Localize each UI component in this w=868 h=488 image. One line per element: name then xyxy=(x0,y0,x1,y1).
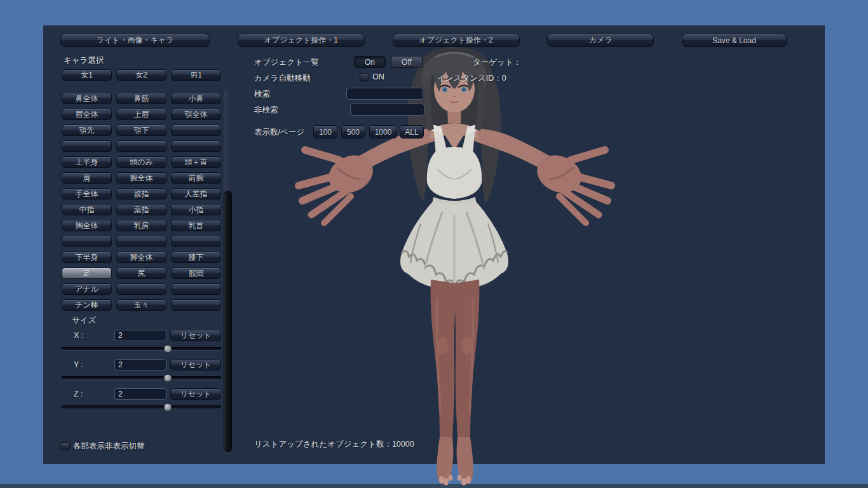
part-button[interactable]: 小指 xyxy=(171,204,221,215)
size-y-label: Y : xyxy=(74,360,83,369)
size-y-slider-thumb[interactable] xyxy=(163,374,172,382)
character-select-label: キャラ選択 xyxy=(64,55,104,66)
body-part-grid: 鼻全体 鼻筋 小鼻 唇全体 上唇 顎全体 顎先 顎下 上半身 頭のみ 頭＋首 肩… xyxy=(62,93,221,311)
camera-auto-move-on-label: ON xyxy=(372,72,384,81)
visibility-toggle-row: 各部表示非表示切替 xyxy=(60,441,145,452)
size-z-input[interactable] xyxy=(114,388,166,400)
object-list-on-button[interactable]: On xyxy=(354,56,386,68)
tab-save-load[interactable]: Save & Load xyxy=(682,34,787,47)
size-z-slider-track[interactable] xyxy=(62,405,221,409)
part-button-foot-selected[interactable]: 足 xyxy=(62,268,112,279)
part-button[interactable]: アナル xyxy=(62,283,112,295)
tab-light-image-character[interactable]: ライト・画像・キャラ xyxy=(60,34,210,47)
size-z-label: Z : xyxy=(74,390,83,398)
search-label: 検索 xyxy=(254,89,270,100)
char-button-female2[interactable]: 女2 xyxy=(116,69,166,81)
size-y-slider-track[interactable] xyxy=(62,376,221,379)
part-button[interactable] xyxy=(171,283,221,295)
studio-app-window: { "colors": { "desktop_bg": "#4d74a9", "… xyxy=(0,0,868,488)
tab-object-ops-2[interactable]: オブジェクト操作・2 xyxy=(393,34,520,47)
part-button[interactable]: 顎全体 xyxy=(171,109,221,120)
left-panel-scrollbar-thumb[interactable] xyxy=(224,191,232,452)
part-button[interactable]: 手全体 xyxy=(62,188,112,200)
part-button[interactable]: 薬指 xyxy=(116,204,166,215)
target-label: ターゲット： xyxy=(473,57,521,68)
part-button[interactable] xyxy=(116,283,166,295)
listed-object-count-status: リストアップされたオブジェクト数：10000 xyxy=(254,439,414,450)
part-button[interactable] xyxy=(171,140,221,152)
part-button[interactable]: 膝下 xyxy=(171,252,221,263)
camera-auto-move-row: ON xyxy=(360,72,384,81)
size-x-input[interactable] xyxy=(114,330,166,341)
part-button[interactable]: 乳房 xyxy=(116,220,166,231)
part-button[interactable]: 唇全体 xyxy=(62,109,112,120)
char-button-female1[interactable]: 女1 xyxy=(62,69,112,81)
part-button[interactable]: 尻 xyxy=(116,268,166,279)
part-button[interactable]: 顎先 xyxy=(62,125,112,136)
part-button[interactable]: 鼻全体 xyxy=(62,93,112,104)
exclude-search-label: 非検索 xyxy=(254,105,278,116)
part-button[interactable]: 鼻筋 xyxy=(116,93,166,104)
part-button[interactable]: 上唇 xyxy=(116,109,166,120)
part-button[interactable] xyxy=(62,140,112,152)
part-button[interactable]: 胸全体 xyxy=(62,220,112,231)
size-x-slider-track[interactable] xyxy=(62,347,221,350)
size-z-reset-button[interactable]: リセット xyxy=(170,388,221,400)
size-z-slider-thumb[interactable] xyxy=(163,403,172,411)
part-button[interactable] xyxy=(116,236,166,247)
visibility-toggle-label: 各部表示非表示切替 xyxy=(73,441,145,452)
tab-camera[interactable]: カメラ xyxy=(547,34,654,47)
size-x-reset-button[interactable]: リセット xyxy=(170,330,221,341)
exclude-search-input[interactable] xyxy=(350,104,424,116)
character-model-3d-view[interactable] xyxy=(273,33,623,488)
tab-object-ops-1[interactable]: オブジェクト操作・1 xyxy=(238,34,365,47)
size-y-reset-button[interactable]: リセット xyxy=(170,359,221,370)
size-y-input[interactable] xyxy=(114,359,166,370)
part-button[interactable]: 頭のみ xyxy=(116,156,166,168)
part-button[interactable] xyxy=(171,299,221,311)
visibility-toggle-checkbox[interactable] xyxy=(60,442,70,451)
part-button[interactable] xyxy=(171,236,221,247)
part-button[interactable]: 親指 xyxy=(116,188,166,200)
per-page-500-button[interactable]: 500 xyxy=(341,125,365,139)
part-button[interactable]: 人差指 xyxy=(171,188,221,200)
part-button[interactable]: 乳首 xyxy=(171,220,221,231)
size-section-label: サイズ xyxy=(72,315,96,326)
left-panel-scrollbar[interactable] xyxy=(224,89,232,455)
part-button[interactable]: 上半身 xyxy=(62,156,112,168)
part-button[interactable]: 下半身 xyxy=(62,252,112,263)
per-page-100-button[interactable]: 100 xyxy=(313,125,337,139)
object-list-off-button[interactable]: Off xyxy=(391,56,423,68)
part-button[interactable]: 小鼻 xyxy=(171,93,221,104)
part-button[interactable]: 股間 xyxy=(171,268,221,279)
character-dress-skirt xyxy=(400,201,508,290)
char-button-male1[interactable]: 男1 xyxy=(171,69,221,81)
part-button[interactable]: 顎下 xyxy=(116,125,166,136)
camera-auto-move-checkbox[interactable] xyxy=(360,73,369,81)
tab-bar: ライト・画像・キャラ オブジェクト操作・1 オブジェクト操作・2 カメラ Sav… xyxy=(60,34,787,47)
size-x-slider-thumb[interactable] xyxy=(163,344,172,353)
part-button[interactable]: 脚全体 xyxy=(116,252,166,263)
per-page-1000-button[interactable]: 1000 xyxy=(369,125,397,139)
camera-auto-move-label: カメラ自動移動 xyxy=(254,73,310,84)
character-hand-left xyxy=(299,149,379,223)
part-button[interactable]: チン棒 xyxy=(62,299,112,311)
character-feet xyxy=(437,437,473,485)
part-button[interactable] xyxy=(171,125,221,136)
character-legs xyxy=(431,280,480,438)
size-x-label: X : xyxy=(74,331,83,340)
object-list-label: オブジェクト一覧 xyxy=(254,57,319,68)
per-page-all-button[interactable]: ALL xyxy=(400,125,424,139)
instance-id-label: インスタンスID：0 xyxy=(437,73,506,84)
part-button[interactable]: 肩 xyxy=(62,172,112,184)
part-button[interactable]: 玉々 xyxy=(116,299,166,311)
part-button[interactable]: 腕全体 xyxy=(116,172,166,184)
part-button[interactable]: 前腕 xyxy=(171,172,221,184)
part-button[interactable]: 中指 xyxy=(62,204,112,215)
character-hand-right xyxy=(531,149,611,223)
part-button[interactable]: 頭＋首 xyxy=(171,156,221,168)
part-button[interactable] xyxy=(116,140,166,152)
per-page-label: 表示数/ページ xyxy=(254,127,304,138)
part-button[interactable] xyxy=(62,236,112,247)
search-input[interactable] xyxy=(346,88,423,100)
